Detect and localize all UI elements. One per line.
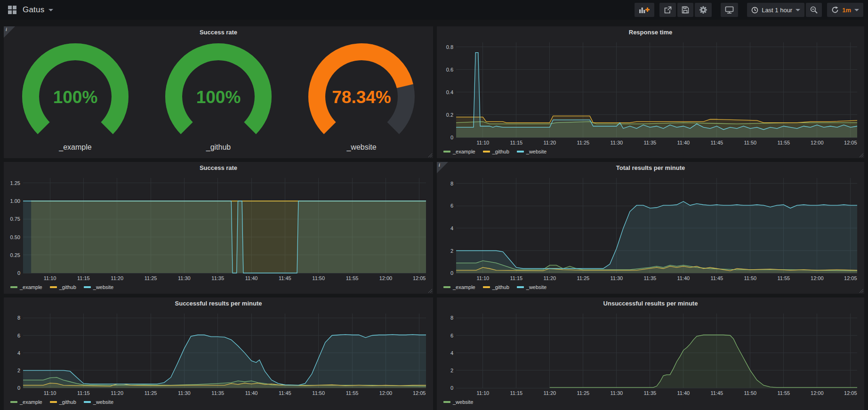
svg-text:12:00: 12:00 <box>379 390 393 396</box>
svg-text:2: 2 <box>450 368 453 373</box>
add-panel-button[interactable] <box>635 3 654 17</box>
gauge-label: _example <box>5 143 146 152</box>
refresh-icon <box>831 6 839 14</box>
svg-text:0.4: 0.4 <box>446 89 453 95</box>
legend-item_github[interactable]: _github <box>50 284 76 290</box>
svg-text:6: 6 <box>450 203 453 209</box>
legend-label: _github <box>59 284 76 290</box>
legend-item_website[interactable]: _website <box>517 149 547 154</box>
svg-text:4: 4 <box>450 350 453 356</box>
svg-text:11:30: 11:30 <box>610 390 623 396</box>
svg-text:11:15: 11:15 <box>510 140 522 145</box>
gauge-label: _website <box>291 143 432 152</box>
resize-handle-icon[interactable] <box>860 153 863 157</box>
zoom-out-button[interactable] <box>806 3 822 17</box>
svg-text:8: 8 <box>450 181 453 186</box>
svg-text:11:35: 11:35 <box>643 275 656 281</box>
legend-swatch <box>84 401 91 403</box>
svg-text:11:30: 11:30 <box>178 390 191 396</box>
panel-response-time: Response time 00.20.40.60.811:1011:1511:… <box>437 26 864 158</box>
chart-legend: _example_github_website <box>4 282 433 290</box>
svg-text:11:55: 11:55 <box>346 390 359 396</box>
legend-item_website[interactable]: _website <box>517 284 547 290</box>
svg-text:11:40: 11:40 <box>677 275 690 281</box>
response-time-chart[interactable]: 00.20.40.60.811:1011:1511:2011:2511:3011… <box>440 39 861 147</box>
resize-handle-icon[interactable] <box>428 289 432 293</box>
svg-text:11:35: 11:35 <box>211 390 224 396</box>
gauge-github: 100% _github <box>148 40 289 152</box>
legend-swatch <box>517 151 524 153</box>
panel-total-results: i Total results per minute 0246811:1011:… <box>437 162 864 294</box>
svg-text:12:05: 12:05 <box>844 390 857 396</box>
grid-logo-icon[interactable] <box>8 5 17 15</box>
legend-item_website[interactable]: _website <box>443 399 473 405</box>
svg-text:1.25: 1.25 <box>10 180 20 186</box>
resize-handle-icon[interactable] <box>428 153 432 157</box>
chart-legend: _website <box>437 397 864 405</box>
resize-handle-icon[interactable] <box>860 289 863 293</box>
legend-label: _github <box>59 399 76 405</box>
svg-text:6: 6 <box>450 333 453 338</box>
svg-text:11:30: 11:30 <box>178 275 191 281</box>
legend-swatch <box>50 401 57 403</box>
chart-legend: _example_github_website <box>437 282 864 290</box>
legend-label: _website <box>453 399 473 405</box>
legend-item_website[interactable]: _website <box>84 284 113 290</box>
share-button[interactable] <box>659 3 676 17</box>
svg-text:11:25: 11:25 <box>577 275 589 281</box>
unsuccessful-results-chart[interactable]: 0246811:1011:1511:2011:2511:3011:3511:40… <box>440 310 861 397</box>
svg-text:0: 0 <box>17 385 20 391</box>
svg-text:0: 0 <box>450 135 453 140</box>
svg-text:11:30: 11:30 <box>610 275 623 281</box>
svg-text:11:35: 11:35 <box>211 275 224 281</box>
panel-title[interactable]: Response time <box>437 26 864 39</box>
svg-text:0: 0 <box>17 270 20 276</box>
legend-item_example[interactable]: _example <box>10 284 42 290</box>
svg-text:11:10: 11:10 <box>476 140 489 145</box>
svg-text:11:50: 11:50 <box>312 275 325 281</box>
panel-title[interactable]: Unsuccessful results per minute <box>437 297 864 310</box>
tv-mode-button[interactable] <box>721 3 738 17</box>
dashboard-title-dropdown[interactable]: Gatus <box>23 5 53 15</box>
legend-item_website[interactable]: _website <box>84 399 113 405</box>
toolbar: Last 1 hour 1m <box>633 3 863 17</box>
settings-button[interactable] <box>695 3 712 17</box>
time-range-picker[interactable]: Last 1 hour <box>747 3 804 17</box>
svg-text:2: 2 <box>450 248 453 254</box>
panel-title[interactable]: Total results per minute <box>437 162 864 174</box>
successful-results-chart[interactable]: 0246811:1011:1511:2011:2511:3011:3511:40… <box>7 310 430 397</box>
dashboard: Gatus <box>0 0 868 410</box>
legend-item_example[interactable]: _example <box>443 284 475 290</box>
svg-text:0.2: 0.2 <box>446 112 453 118</box>
svg-text:0.6: 0.6 <box>446 67 453 72</box>
gauge-value: 100% <box>148 88 289 107</box>
svg-text:11:45: 11:45 <box>279 390 291 396</box>
legend-item_example[interactable]: _example <box>443 149 475 154</box>
success-rate-chart[interactable]: 00.250.500.751.001.2511:1011:1511:2011:2… <box>7 174 430 282</box>
svg-text:11:25: 11:25 <box>145 390 157 396</box>
svg-text:4: 4 <box>450 225 453 231</box>
legend-item_github[interactable]: _github <box>483 284 509 290</box>
panel-title[interactable]: Success rate <box>4 26 433 39</box>
legend-item_github[interactable]: _github <box>50 399 76 405</box>
svg-text:11:20: 11:20 <box>543 275 556 281</box>
gauge-value: 78.34% <box>291 88 432 107</box>
info-corner-icon[interactable]: i <box>4 26 15 38</box>
legend-item_github[interactable]: _github <box>483 149 509 154</box>
refresh-picker[interactable]: 1m <box>827 3 863 17</box>
svg-text:11:20: 11:20 <box>111 275 123 281</box>
panel-title[interactable]: Success rate <box>4 162 433 174</box>
svg-text:11:35: 11:35 <box>643 390 656 396</box>
caret-down-icon <box>48 9 53 11</box>
svg-text:4: 4 <box>17 350 20 356</box>
total-results-chart[interactable]: 0246811:1011:1511:2011:2511:3011:3511:40… <box>440 174 861 282</box>
svg-text:11:50: 11:50 <box>744 275 756 281</box>
caret-down-icon <box>854 9 859 11</box>
panel-title[interactable]: Successful results per minute <box>4 297 433 310</box>
monitor-icon <box>725 6 734 14</box>
info-corner-icon[interactable]: i <box>437 162 448 173</box>
legend-item_example[interactable]: _example <box>10 399 42 405</box>
svg-text:12:00: 12:00 <box>379 275 393 281</box>
save-button[interactable] <box>677 3 693 17</box>
legend-label: _website <box>526 284 547 290</box>
